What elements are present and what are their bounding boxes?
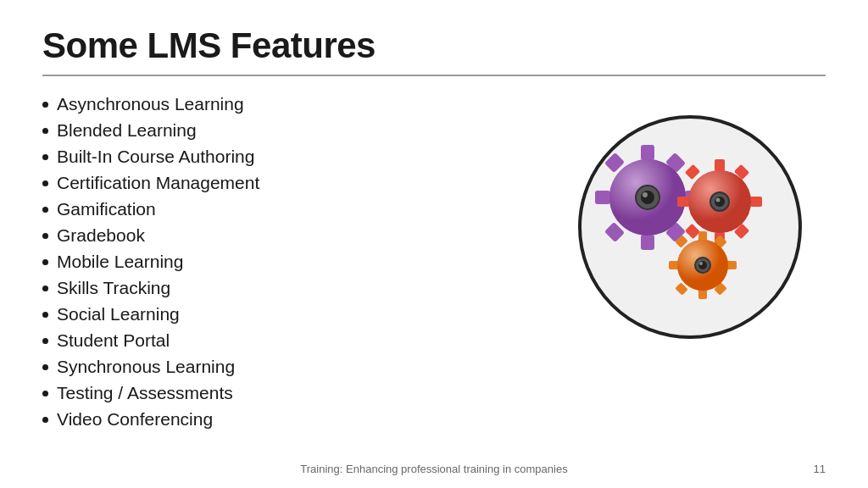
feature-label: Social Learning <box>57 304 180 324</box>
list-item: Built-In Course Authoring <box>42 144 259 170</box>
bullet-icon <box>42 286 48 291</box>
feature-label: Gradebook <box>57 225 145 246</box>
bullet-icon <box>42 233 48 239</box>
footer-page-number: 11 <box>814 463 826 475</box>
feature-label: Asynchronous Learning <box>57 94 244 114</box>
svg-point-25 <box>715 197 725 207</box>
content-area: Asynchronous LearningBlended LearningBui… <box>42 92 826 433</box>
svg-rect-14 <box>715 159 725 171</box>
list-item: Synchronous Learning <box>42 354 259 380</box>
features-list: Asynchronous LearningBlended LearningBui… <box>42 92 259 433</box>
slide: Some LMS Features Asynchronous LearningB… <box>0 0 868 488</box>
svg-point-26 <box>716 197 721 202</box>
svg-point-12 <box>641 191 654 204</box>
bullet-icon <box>42 102 48 108</box>
svg-point-38 <box>698 261 707 269</box>
feature-label: Skills Tracking <box>57 278 170 298</box>
svg-rect-17 <box>677 197 689 207</box>
list-item: Certification Management <box>42 170 259 197</box>
feature-label: Video Conferencing <box>57 409 213 430</box>
list-item: Testing / Assessments <box>42 380 259 407</box>
list-item: Video Conferencing <box>42 407 259 433</box>
feature-label: Mobile Learning <box>57 252 183 272</box>
image-area <box>554 100 826 354</box>
list-item: Skills Tracking <box>42 275 259 302</box>
list-item: Student Portal <box>42 328 259 354</box>
bullet-icon <box>42 338 48 344</box>
feature-label: Certification Management <box>57 173 259 193</box>
svg-rect-4 <box>595 191 610 204</box>
list-item: Mobile Learning <box>42 249 259 275</box>
feature-label: Blended Learning <box>57 120 197 141</box>
feature-label: Gamification <box>57 199 156 219</box>
bullet-icon <box>42 391 48 396</box>
svg-rect-1 <box>641 145 654 160</box>
footer-text: Training: Enhancing professional trainin… <box>42 463 826 475</box>
feature-label: Synchronous Learning <box>57 357 235 377</box>
list-item: Asynchronous Learning <box>42 92 259 118</box>
bullet-icon <box>42 417 48 423</box>
feature-label: Built-In Course Authoring <box>57 147 254 167</box>
bullet-icon <box>42 259 48 265</box>
bullet-icon <box>42 207 48 213</box>
list-item: Social Learning <box>42 302 259 328</box>
bullet-icon <box>42 128 48 134</box>
svg-rect-16 <box>750 197 762 207</box>
list-item: Blended Learning <box>42 118 259 144</box>
bullet-icon <box>42 180 48 186</box>
page-title: Some LMS Features <box>42 25 826 66</box>
list-item: Gamification <box>42 197 259 223</box>
svg-point-13 <box>643 192 648 197</box>
footer: Training: Enhancing professional trainin… <box>0 463 868 475</box>
bullet-icon <box>42 312 48 318</box>
feature-label: Student Portal <box>57 330 170 351</box>
svg-rect-2 <box>641 235 654 250</box>
bullet-icon <box>42 364 48 370</box>
list-item: Gradebook <box>42 223 259 249</box>
bullet-icon <box>42 154 48 160</box>
gears-image <box>571 108 809 346</box>
svg-point-39 <box>699 262 703 265</box>
feature-label: Testing / Assessments <box>57 383 233 403</box>
divider <box>42 75 826 76</box>
